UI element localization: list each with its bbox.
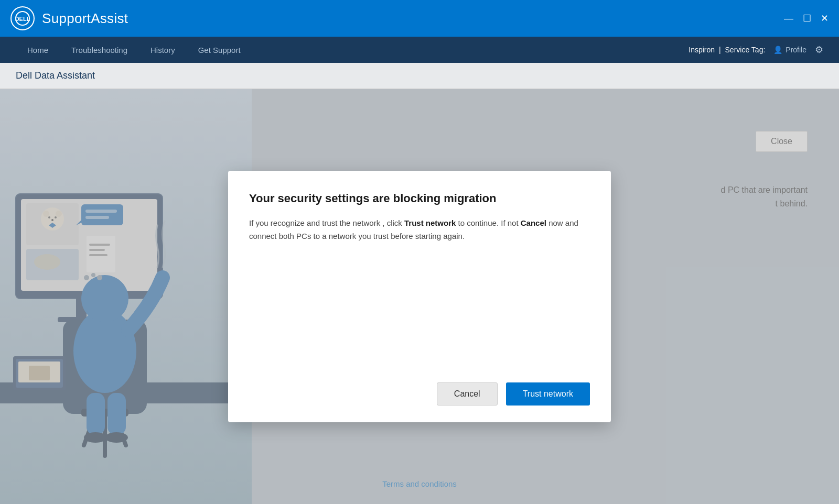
titlebar: DELL SupportAssist — ☐ ✕: [0, 0, 839, 37]
svg-text:DELL: DELL: [15, 16, 30, 22]
page-header: Dell Data Assistant: [0, 63, 839, 89]
close-window-button[interactable]: ✕: [821, 14, 829, 23]
modal-body: If you recognize and trust the network ,…: [249, 217, 590, 366]
nav-links: Home Troubleshooting History Get Support: [16, 37, 689, 63]
trust-network-button[interactable]: Trust network: [506, 382, 590, 406]
dell-logo: DELL: [10, 6, 35, 30]
window-controls: — ☐ ✕: [784, 14, 829, 23]
modal-title: Your security settings are blocking migr…: [249, 192, 590, 205]
page-title: Dell Data Assistant: [16, 70, 95, 81]
cancel-button[interactable]: Cancel: [437, 382, 498, 406]
device-info: Inspiron | Service Tag:: [689, 46, 765, 54]
navbar: Home Troubleshooting History Get Support…: [0, 37, 839, 63]
nav-get-support[interactable]: Get Support: [187, 37, 252, 63]
minimize-button[interactable]: —: [784, 14, 793, 23]
modal-dialog: Your security settings are blocking migr…: [228, 171, 611, 422]
settings-icon[interactable]: ⚙: [815, 44, 823, 56]
nav-troubleshooting[interactable]: Troubleshooting: [60, 37, 139, 63]
maximize-button[interactable]: ☐: [803, 14, 811, 23]
nav-history[interactable]: History: [139, 37, 187, 63]
nav-right: Inspiron | Service Tag: 👤 Profile ⚙: [689, 44, 823, 56]
main-content: Close d PC that are important t behind. …: [0, 89, 839, 504]
modal-footer: Cancel Trust network: [249, 382, 590, 406]
app-title: SupportAssist: [42, 10, 128, 27]
modal-overlay: Your security settings are blocking migr…: [0, 89, 839, 504]
profile-icon: 👤: [773, 46, 782, 54]
profile-link[interactable]: 👤 Profile: [773, 46, 806, 54]
nav-home[interactable]: Home: [16, 37, 60, 63]
